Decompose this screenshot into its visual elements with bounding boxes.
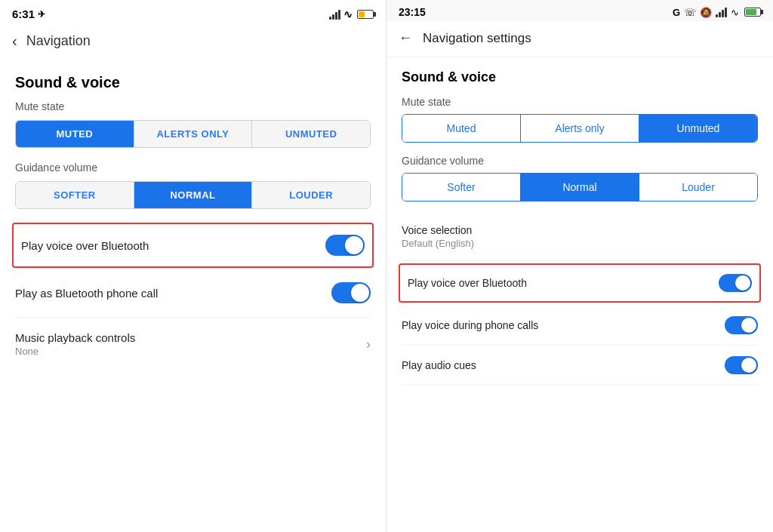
time-right: 23:15 [399, 6, 426, 18]
signal-icon-right [716, 7, 727, 17]
mute-toggle-group-left: MUTED ALERTS ONLY UNMUTED [15, 120, 371, 148]
setting-row-bluetooth-right: Play voice over Bluetooth [399, 263, 761, 303]
setting-row-music-left[interactable]: Music playback controls None › [15, 317, 371, 371]
bluetooth-toggle-right[interactable] [719, 274, 752, 292]
bluetooth-toggle-left[interactable] [325, 235, 365, 256]
music-sublabel-left: None [15, 346, 135, 357]
mute-btn-unmuted-left[interactable]: UNMUTED [252, 121, 370, 147]
audio-cues-toggle-right[interactable] [725, 356, 758, 374]
location-icon: ✈ [38, 9, 45, 20]
phone-status-icon: ☏ [684, 7, 696, 18]
setting-row-audio-cues-right: Play audio cues [402, 346, 758, 386]
g-icon: G [673, 7, 680, 18]
phone-calls-label-right: Play voice during phone calls [402, 319, 538, 331]
page-title-left: Navigation [26, 33, 91, 49]
wifi-icon: ∿ [343, 8, 353, 20]
phone-toggle-left[interactable] [331, 282, 371, 303]
phone-calls-toggle-right[interactable] [725, 316, 758, 334]
setting-row-phone-right: Play voice during phone calls [402, 306, 758, 346]
setting-row-voice-right: Voice selection Default (English) [402, 214, 758, 260]
nav-header-left: ‹ Navigation [0, 25, 386, 62]
chevron-right-icon: › [366, 337, 371, 352]
status-bar-right: 23:15 G ☏ 🔕 ∿ [386, 0, 773, 21]
mute-status-icon: 🔕 [700, 7, 712, 18]
phone-label-left: Play as Bluetooth phone call [15, 287, 158, 300]
volume-btn-softer-right[interactable]: Softer [402, 174, 521, 201]
content-right: Sound & voice Mute state Muted Alerts on… [386, 57, 773, 532]
mute-state-label-right: Mute state [402, 96, 758, 108]
bluetooth-label-left: Play voice over Bluetooth [21, 239, 149, 252]
guidance-volume-label-left: Guidance volume [15, 161, 371, 174]
volume-toggle-group-left: SOFTER NORMAL LOUDER [15, 181, 371, 209]
mute-btn-alerts-left[interactable]: ALERTS ONLY [134, 121, 253, 147]
battery-icon-right [744, 8, 761, 17]
section-title-left: Sound & voice [15, 74, 371, 91]
right-panel: 23:15 G ☏ 🔕 ∿ ← Navigation settings Soun… [386, 0, 773, 532]
audio-cues-label-right: Play audio cues [402, 359, 476, 371]
volume-btn-louder-left[interactable]: LOUDER [252, 182, 370, 208]
status-icons-left: ∿ [329, 8, 374, 20]
mute-btn-alerts-right[interactable]: Alerts only [521, 115, 639, 142]
battery-icon [357, 10, 374, 19]
setting-row-phone-left: Play as Bluetooth phone call [15, 268, 371, 317]
bluetooth-label-right: Play voice over Bluetooth [408, 277, 527, 289]
mute-state-label-left: Mute state [15, 100, 371, 112]
wifi-icon-right: ∿ [731, 7, 739, 18]
section-title-right: Sound & voice [402, 69, 758, 85]
mute-btn-muted-right[interactable]: Muted [402, 115, 521, 142]
status-bar-left: 6:31 ✈ ∿ [0, 0, 386, 25]
back-button-right[interactable]: ← [399, 30, 412, 46]
volume-btn-louder-right[interactable]: Louder [639, 174, 757, 201]
mute-btn-muted-left[interactable]: MUTED [16, 121, 134, 147]
music-label-left: Music playback controls [15, 331, 135, 344]
time-left: 6:31 [12, 8, 35, 20]
page-title-right: Navigation settings [423, 31, 531, 46]
volume-btn-normal-right[interactable]: Normal [521, 174, 639, 201]
voice-selection-label: Voice selection [402, 224, 474, 236]
signal-icon [329, 9, 340, 20]
voice-selection-value: Default (English) [402, 238, 474, 249]
back-button-left[interactable]: ‹ [12, 32, 17, 50]
left-panel: 6:31 ✈ ∿ ‹ Navigation Sound & voice Mute… [0, 0, 386, 532]
volume-btn-normal-left[interactable]: NORMAL [134, 182, 253, 208]
mute-btn-unmuted-right[interactable]: Unmuted [639, 115, 757, 142]
volume-btn-softer-left[interactable]: SOFTER [16, 182, 134, 208]
nav-header-right: ← Navigation settings [386, 21, 773, 57]
status-icons-right: G ☏ 🔕 ∿ [673, 7, 761, 18]
guidance-volume-label-right: Guidance volume [402, 155, 758, 167]
mute-toggle-group-right: Muted Alerts only Unmuted [402, 114, 758, 143]
setting-row-bluetooth-left: Play voice over Bluetooth [12, 223, 374, 268]
content-left: Sound & voice Mute state MUTED ALERTS ON… [0, 62, 386, 532]
volume-toggle-group-right: Softer Normal Louder [402, 173, 758, 201]
